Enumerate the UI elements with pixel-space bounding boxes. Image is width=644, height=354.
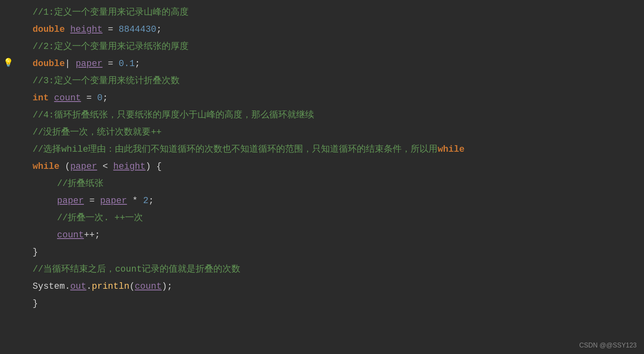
var-paper-while: paper (70, 159, 97, 174)
var-count-print: count (135, 279, 162, 294)
brace-close-while: } (33, 245, 38, 260)
number-0: 0 (97, 91, 102, 106)
watermark: CSDN @@SSY123 (579, 342, 637, 349)
comment-text-3: //3:定义一个变量用来统计折叠次数 (33, 73, 180, 88)
semicolon-2: ; (135, 56, 140, 71)
keyword-double-2: double (33, 56, 65, 71)
comment-text-2: //2:定义一个变量用来记录纸张的厚度 (33, 39, 189, 54)
brace-open: { (151, 159, 161, 174)
code-line-paper-assign: paper = paper * 2 ; (33, 192, 644, 210)
comment-text-9: //当循环结束之后，count记录的值就是折叠的次数 (33, 262, 240, 277)
code-line-final-brace: } (33, 295, 644, 312)
dot-println: . (86, 279, 92, 294)
code-line-sysout: System. out . println ( count ) ; (33, 278, 644, 295)
lightbulb-icon: 💡 (3, 56, 13, 70)
comment-text-7: //折叠纸张 (57, 176, 103, 191)
var-height: height (70, 22, 102, 37)
code-line-comment9: //当循环结束之后，count记录的值就是折叠的次数 (33, 261, 644, 278)
out-text: out (70, 279, 86, 294)
operator-star: * (127, 193, 143, 208)
code-editor: //1:定义一个变量用来记录山峰的高度 double height = 8844… (0, 0, 644, 316)
code-line-comment5: //没折叠一次，统计次数就要++ (33, 124, 644, 141)
code-line-height: double height = 8844430 ; (33, 21, 644, 38)
var-paper-rhs: paper (100, 193, 127, 208)
code-line-count-inc: count ++; (33, 227, 644, 244)
comment-text-4: //4:循环折叠纸张，只要纸张的厚度小于山峰的高度，那么循环就继续 (33, 108, 314, 123)
code-line-comment6: //选择while理由：由此我们不知道循环的次数也不知道循环的范围，只知道循环的… (33, 141, 644, 158)
comment-text-8: //折叠一次. ++一次 (57, 210, 143, 226)
operator-eq-4: = (84, 193, 100, 208)
space-while (59, 159, 65, 174)
code-line-comment8: //折叠一次. ++一次 (33, 210, 644, 227)
keyword-double: double (33, 22, 65, 37)
comment-text-6: //选择while理由：由此我们不知道循环的次数也不知道循环的范围，只知道循环的… (33, 142, 437, 157)
keyword-int: int (33, 91, 49, 106)
code-line-comment2: //2:定义一个变量用来记录纸张的厚度 (33, 38, 644, 55)
semicolon-5: ; (167, 279, 172, 294)
operator-lt: < (97, 159, 113, 174)
comment-text: //1:定义一个变量用来记录山峰的高度 (33, 5, 189, 20)
method-println: println (92, 279, 129, 294)
paren-open: ( (65, 159, 70, 174)
code-line-comment7: //折叠纸张 (33, 175, 644, 192)
operator-eq-2: = (103, 56, 119, 71)
var-count: count (54, 91, 81, 106)
operator-eq-3: = (81, 91, 97, 106)
code-line-count: int count = 0 ; (33, 90, 644, 107)
semicolon-4: ; (148, 193, 154, 208)
cursor-bar: | (65, 56, 70, 71)
var-paper: paper (76, 56, 103, 71)
paren-close-2: ) (162, 279, 167, 294)
brace-close-final: } (33, 296, 38, 311)
space-3 (49, 91, 54, 106)
operator-inc: ++; (84, 228, 100, 243)
number-2: 2 (143, 193, 148, 208)
semicolon: ; (156, 22, 162, 37)
paren-close: ) (145, 159, 151, 174)
keyword-while: while (33, 159, 59, 174)
paren-open-2: ( (130, 279, 135, 294)
code-line-paper: 💡 double | paper = 0.1 ; (33, 55, 644, 73)
comment-text-5: //没折叠一次，统计次数就要++ (33, 125, 162, 140)
space (65, 22, 70, 37)
keyword-while-comment: while (437, 142, 464, 157)
semicolon-3: ; (103, 91, 108, 106)
code-line-close-while: } (33, 244, 644, 261)
code-line-comment1: //1:定义一个变量用来记录山峰的高度 (33, 4, 644, 21)
var-height-while: height (113, 159, 145, 174)
operator-eq: = (103, 22, 119, 37)
space-2 (70, 56, 75, 71)
var-count-inc: count (57, 228, 84, 243)
code-line-comment3: //3:定义一个变量用来统计折叠次数 (33, 73, 644, 90)
number-01: 0.1 (119, 56, 135, 71)
number-8844430: 8844430 (119, 22, 156, 37)
code-line-comment4: //4:循环折叠纸张，只要纸张的厚度小于山峰的高度，那么循环就继续 (33, 107, 644, 124)
system-text: System. (33, 279, 70, 294)
var-paper-assign: paper (57, 193, 84, 208)
code-line-while: while ( paper < height ) { (33, 158, 644, 175)
